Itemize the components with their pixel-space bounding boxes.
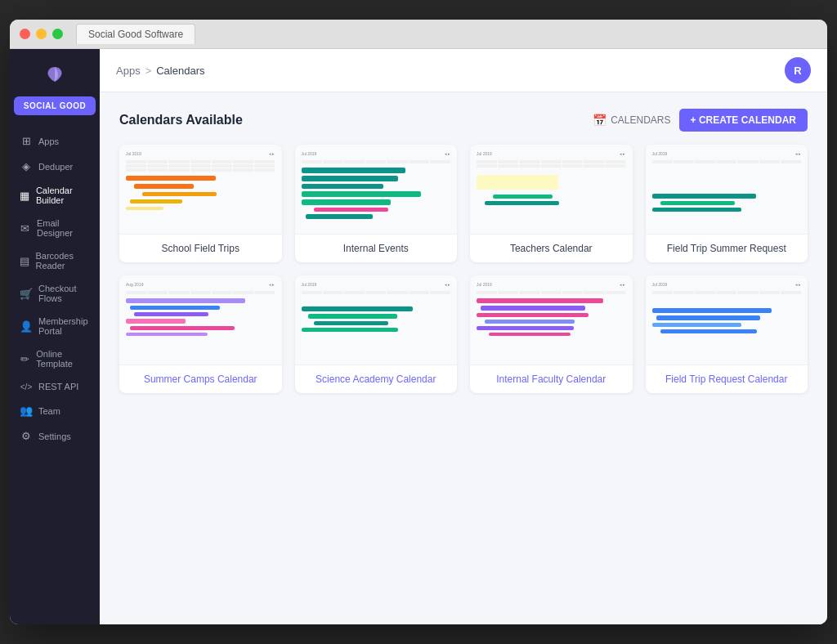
sidebar-logo (38, 59, 71, 92)
sidebar-item-deduper-label: Deduper (38, 162, 73, 172)
create-calendar-button[interactable]: + CREATE CALENDAR (679, 109, 808, 132)
sidebar-item-email-designer-label: Email Designer (37, 218, 90, 238)
sidebar-item-checkout-flows-label: Checkout Flows (38, 284, 90, 303)
sidebar-item-barcodes-reader[interactable]: ▤ Barcodes Reader (10, 244, 100, 277)
breadcrumb-current: Calendars (156, 65, 204, 77)
page-header: Apps > Calendars R (100, 49, 827, 92)
calendar-card-internal-events[interactable]: Jul 2019 ◂ ▸ (295, 145, 458, 262)
sidebar-item-apps[interactable]: ⊞ Apps (10, 128, 100, 154)
user-avatar[interactable]: R (785, 57, 811, 83)
browser-tab[interactable]: Social Good Software (76, 24, 195, 44)
calendar-card-internal-faculty-calendar[interactable]: Jul 2019 ◂ ▸ (470, 275, 633, 393)
sidebar-item-checkout-flows[interactable]: 🛒 Checkout Flows (10, 277, 100, 310)
calendars-label-text: CALENDARS (611, 114, 670, 126)
traffic-lights (20, 29, 63, 39)
calendar-card-teachers-calendar[interactable]: Jul 2019 ◂ ▸ (470, 145, 633, 262)
barcode-icon: ▤ (20, 255, 29, 267)
calendar-card-field-trip-request-calendar[interactable]: Jul 2019 ◂ ▸ (646, 275, 808, 393)
page-title: Calendars Available (119, 113, 243, 127)
main-content: Apps > Calendars R Calendars Available 📅… (100, 49, 827, 624)
sidebar-item-deduper[interactable]: ◈ Deduper (10, 154, 100, 179)
calendar-card-field-trip-summer-request[interactable]: Jul 2019 ◂ ▸ (646, 145, 808, 262)
calendar-label-school-field-trips: School Field Trips (119, 235, 282, 262)
team-icon: 👥 (20, 405, 33, 417)
calendar-label-field-trip-summer-request: Field Trip Summer Request (646, 235, 808, 262)
calendar-thumb-teachers-calendar: Jul 2019 ◂ ▸ (470, 145, 633, 235)
minimize-button[interactable] (36, 29, 47, 39)
calendar-label-internal-faculty-calendar: Internal Faculty Calendar (470, 365, 633, 393)
email-icon: ✉ (20, 222, 31, 235)
calendar-grid: Jul 2019 ◂ ▸ (119, 145, 808, 393)
sidebar: SOCIAL GOOD ⊞ Apps ◈ Deduper ▦ Calendar … (10, 49, 100, 624)
calendar-thumb-internal-faculty-calendar: Jul 2019 ◂ ▸ (470, 275, 633, 365)
calendar-thumb-school-field-trips: Jul 2019 ◂ ▸ (119, 145, 282, 235)
sidebar-item-settings[interactable]: ⚙ Settings (10, 423, 100, 449)
calendar-card-science-academy-calendar[interactable]: Jul 2019 ◂ ▸ (295, 275, 458, 393)
calendars-label: 📅 CALENDARS (593, 114, 670, 127)
content-header: Calendars Available 📅 CALENDARS + CREATE… (119, 109, 808, 132)
sidebar-item-rest-api[interactable]: </> REST API (10, 375, 100, 398)
template-icon: ✏ (20, 353, 30, 365)
sidebar-item-calendar-builder[interactable]: ▦ Calendar Builder (10, 179, 100, 212)
deduper-icon: ◈ (20, 160, 33, 172)
sidebar-item-online-template[interactable]: ✏ Online Template (10, 342, 100, 375)
calendar-label-field-trip-request-calendar: Field Trip Request Calendar (646, 365, 808, 393)
sidebar-item-team-label: Team (38, 406, 60, 416)
maximize-button[interactable] (52, 29, 63, 39)
api-icon: </> (20, 382, 33, 391)
calendar-card-school-field-trips[interactable]: Jul 2019 ◂ ▸ (119, 145, 282, 262)
settings-icon: ⚙ (20, 430, 33, 442)
breadcrumb-separator: > (145, 65, 152, 77)
calendar-icon: ▦ (20, 190, 30, 202)
sidebar-item-apps-label: Apps (38, 136, 59, 146)
breadcrumb-apps-link[interactable]: Apps (116, 65, 141, 77)
app-body: SOCIAL GOOD ⊞ Apps ◈ Deduper ▦ Calendar … (10, 49, 827, 624)
calendar-thumb-summer-camps-calendar: Aug 2019 ◂ ▸ (119, 275, 282, 365)
apps-icon: ⊞ (20, 135, 33, 147)
calendar-thumb-field-trip-request-calendar: Jul 2019 ◂ ▸ (646, 275, 808, 365)
calendar-card-summer-camps-calendar[interactable]: Aug 2019 ◂ ▸ (119, 275, 282, 393)
sidebar-item-settings-label: Settings (38, 432, 71, 441)
user-icon: 👤 (20, 320, 33, 333)
toolbar-right: 📅 CALENDARS + CREATE CALENDAR (593, 109, 808, 132)
calendar-thumb-internal-events: Jul 2019 ◂ ▸ (295, 145, 458, 235)
app-window: Social Good Software SOCIAL GOOD ⊞ Apps … (10, 20, 827, 624)
calendar-thumb-science-academy-calendar: Jul 2019 ◂ ▸ (295, 275, 458, 365)
sidebar-item-membership-portal[interactable]: 👤 Membership Portal (10, 310, 100, 342)
close-button[interactable] (20, 29, 30, 39)
calendar-label-summer-camps-calendar: Summer Camps Calendar (119, 365, 282, 393)
sidebar-item-membership-portal-label: Membership Portal (38, 316, 90, 336)
sidebar-item-calendar-builder-label: Calendar Builder (36, 186, 90, 205)
cart-icon: 🛒 (20, 288, 33, 300)
calendar-label-internal-events: Internal Events (295, 235, 458, 262)
sidebar-item-team[interactable]: 👥 Team (10, 398, 100, 423)
sidebar-item-barcodes-reader-label: Barcodes Reader (35, 251, 90, 271)
sidebar-item-email-designer[interactable]: ✉ Email Designer (10, 212, 100, 244)
content-area: Calendars Available 📅 CALENDARS + CREATE… (100, 92, 827, 624)
sidebar-item-online-template-label: Online Template (36, 349, 90, 369)
calendar-label-teachers-calendar: Teachers Calendar (470, 235, 633, 262)
titlebar: Social Good Software (10, 20, 827, 49)
sidebar-brand-label: SOCIAL GOOD (14, 96, 96, 115)
calendar-toolbar-icon: 📅 (593, 114, 606, 127)
calendar-thumb-field-trip-summer-request: Jul 2019 ◂ ▸ (646, 145, 808, 235)
calendar-label-science-academy-calendar: Science Academy Calendar (295, 365, 458, 393)
sidebar-item-rest-api-label: REST API (38, 382, 78, 391)
breadcrumb: Apps > Calendars (116, 65, 205, 77)
